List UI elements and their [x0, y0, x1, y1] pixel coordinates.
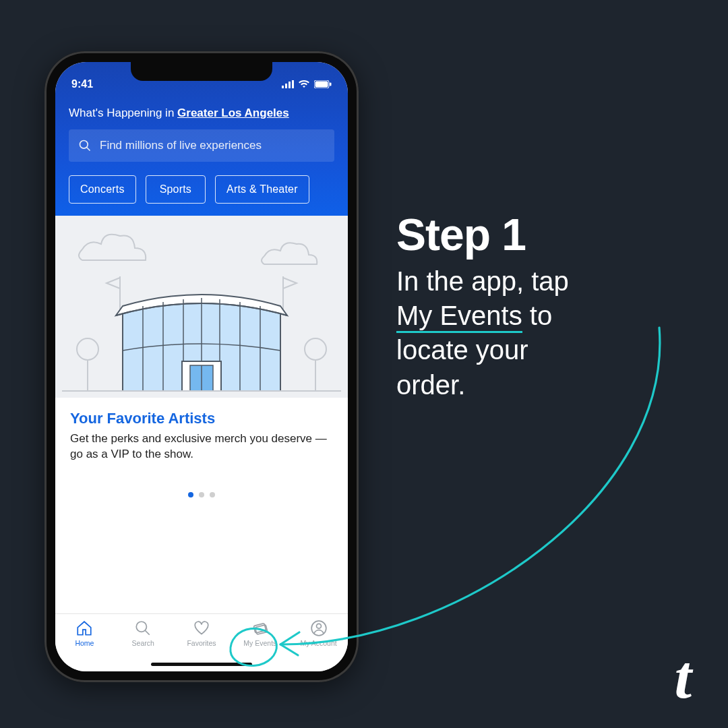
location-line[interactable]: What's Happening in Greater Los Angeles: [55, 107, 348, 129]
app-header: 9:41 What's Happening in Greater Los Ang…: [55, 62, 348, 216]
svg-rect-5: [315, 82, 328, 88]
pager-dot-1[interactable]: [188, 492, 193, 497]
app-screen: 9:41 What's Happening in Greater Los Ang…: [55, 62, 348, 671]
svg-point-10: [77, 338, 98, 360]
instruction-text: In the app, tap My Events to locate your…: [396, 264, 693, 402]
category-sports[interactable]: Sports: [146, 175, 206, 204]
pager-dots: [55, 492, 348, 497]
svg-line-8: [87, 148, 90, 151]
tab-label: Favorites: [187, 639, 216, 647]
tab-my-account[interactable]: My Account: [289, 619, 348, 671]
tab-label: Search: [132, 639, 154, 647]
tab-bar: Home Search Favorites My Events My Accou…: [55, 613, 348, 671]
svg-rect-0: [282, 86, 284, 88]
search-input[interactable]: Find millions of live experiences: [69, 129, 334, 162]
battery-icon: [314, 80, 332, 88]
location-prefix: What's Happening in: [69, 107, 177, 119]
card-body: Get the perks and exclusive merch you de…: [70, 431, 333, 462]
status-time: 9:41: [71, 78, 93, 90]
wifi-icon: [298, 80, 310, 88]
cell-signal-icon: [282, 80, 294, 88]
phone-frame: 9:41 What's Happening in Greater Los Ang…: [44, 51, 359, 682]
phone-notch: [131, 61, 272, 81]
svg-point-12: [305, 338, 326, 360]
svg-rect-1: [285, 84, 287, 88]
heart-icon: [193, 619, 210, 637]
instruction-line1-suffix: to: [522, 301, 552, 330]
instruction-panel: Step 1 In the app, tap My Events to loca…: [396, 209, 693, 402]
svg-rect-2: [289, 82, 291, 88]
tab-label: My Events: [243, 639, 276, 647]
brand-logo: t: [674, 646, 692, 708]
tickets-icon: [251, 619, 269, 637]
svg-rect-6: [330, 83, 332, 86]
instruction-line2: locate your: [396, 335, 528, 365]
svg-rect-3: [292, 80, 294, 88]
instruction-line1: In the app, tap: [396, 266, 569, 296]
tab-label: Home: [75, 639, 94, 647]
card-title: Your Favorite Artists: [70, 410, 333, 427]
category-concerts[interactable]: Concerts: [69, 175, 136, 204]
tab-label: My Account: [300, 639, 336, 647]
card-area: Your Favorite Artists Get the perks and …: [55, 216, 348, 613]
location-name: Greater Los Angeles: [177, 107, 289, 119]
pager-dot-3[interactable]: [210, 492, 215, 497]
status-icons: [282, 80, 332, 88]
instruction-emphasis: My Events: [396, 301, 522, 333]
card-text: Your Favorite Artists Get the perks and …: [55, 398, 348, 462]
account-icon: [310, 619, 328, 637]
svg-point-7: [80, 141, 88, 149]
search-icon: [134, 619, 152, 637]
pager-dot-2[interactable]: [199, 492, 204, 497]
search-icon: [78, 139, 92, 152]
category-arts-theater[interactable]: Arts & Theater: [215, 175, 309, 204]
venue-illustration: [55, 216, 348, 398]
search-placeholder: Find millions of live experiences: [100, 139, 262, 152]
category-row: Concerts Sports Arts & Theater: [55, 175, 348, 204]
instruction-line3: order.: [396, 370, 465, 400]
home-icon: [75, 619, 93, 637]
svg-point-32: [316, 624, 321, 628]
tab-home[interactable]: Home: [55, 619, 114, 671]
step-title: Step 1: [396, 209, 693, 260]
home-indicator: [151, 663, 252, 666]
svg-point-27: [136, 621, 146, 632]
svg-line-28: [145, 630, 150, 635]
